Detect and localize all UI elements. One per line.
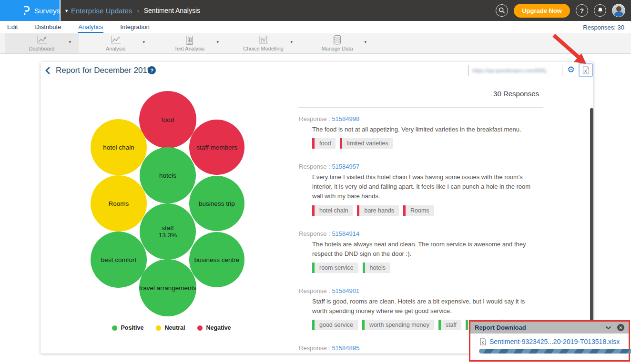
response-item: Response : 51584998The food is not at al… [298,108,543,149]
surveys-app-menu[interactable]: Surveys ▼ [0,0,61,21]
menu-item-edit[interactable]: Edit [7,22,18,33]
legend-item-negative: Negative [197,324,231,331]
gear-icon[interactable]: ⚙ [567,64,575,75]
close-icon[interactable]: ✕ [617,324,624,331]
tab-manage-data[interactable]: Manage Data▾ [300,33,374,53]
breadcrumb: Enterprise Updates › Sentiment Analysis [71,7,200,15]
response-label-row: Response : 51584998 [299,115,543,122]
response-id-link[interactable]: 51584901 [332,287,359,294]
legend-label: Neutral [164,324,185,331]
response-item: Response : 51584957Every time I visited … [298,155,543,215]
response-tags: hotel chainbare handsRooms [312,205,543,216]
upgrade-now-button[interactable]: Upgrade Now [514,4,570,18]
tab-dashboard[interactable]: Dashboard▾ [5,33,79,53]
chevron-down-icon[interactable]: ▾ [142,40,145,44]
tab-label: Manage Data [321,46,353,51]
menu-item-analytics[interactable]: Analytics [78,22,103,33]
bell-icon [597,7,603,14]
legend-label: Negative [206,324,231,331]
bubble-label: food [162,116,174,123]
sentiment-tag-staff: staff [438,320,461,330]
response-label-row: Response : 51584957 [299,163,543,170]
report-download-panel: Report Download ✕ Sentiment-9323425...20… [469,320,630,362]
notifications-button[interactable] [594,4,606,17]
response-tags: foodlimited varieties [312,138,543,149]
bubble-food[interactable]: food [139,91,196,148]
topbar: Surveys ▼ Enterprise Updates › Sentiment… [0,0,631,21]
breadcrumb-separator: › [137,7,139,14]
bubble-label: Rooms [109,200,129,207]
response-label-row: Response : 51584901 [299,287,543,294]
bubble-business-centre[interactable]: business centre [189,232,244,287]
chevron-down-icon[interactable]: ▾ [290,40,293,44]
legend-dot [112,325,117,331]
tab-analysis[interactable]: Analysis▾ [79,33,153,53]
chart-legend: PositiveNeutralNegative [69,324,274,331]
tab-label: Analysis [106,46,125,51]
response-label: Response : [299,163,332,170]
response-text: Staff is good, rooms are clean. Hotels a… [312,297,537,316]
legend-dot [197,325,203,331]
bubble-label: business centre [194,256,240,263]
bubble-staff[interactable]: staff13.3% [140,203,196,260]
menu-item-integration[interactable]: Integration [120,22,150,33]
collapse-chevron-icon[interactable] [605,326,611,330]
bubble-label: staff [162,224,173,232]
sentiment-tag-food: food [312,138,336,149]
download-panel-title: Report Download [475,324,526,331]
response-id-link[interactable]: 51584914 [332,230,359,237]
bubble-hotel-chain[interactable]: hotel chain [91,119,147,175]
responses-panel: Response : 51584998The food is not at al… [298,107,543,354]
bubble-label: hotels [159,172,176,179]
tab-choice-modelling[interactable]: Choice Modelling▾ [226,33,300,53]
legend-item-positive: Positive [112,324,143,331]
bubble-label: travel arrangements [139,284,196,292]
breadcrumb-survey-name[interactable]: Enterprise Updates [71,7,132,15]
chevron-down-icon[interactable]: ▾ [364,40,366,44]
legend-item-neutral: Neutral [156,324,185,331]
tab-text-analysis[interactable]: Text Analysis▾ [153,33,226,53]
menu-items: EditDistributeAnalyticsIntegration [7,22,150,33]
sentiment-tag-good-service: good service [312,320,358,330]
export-excel-button[interactable] [579,63,593,77]
product-name: Surveys [34,7,60,15]
excel-file-icon [480,338,486,345]
tab-label: Dashboard [29,46,55,51]
response-label: Response : [299,287,332,294]
response-id-link[interactable]: 51584895 [332,344,359,352]
bubble-rooms[interactable]: Rooms [91,175,147,232]
bubble-best-comfort[interactable]: best comfort [91,232,147,288]
response-label: Response : [299,344,332,352]
download-panel-header: Report Download ✕ [470,322,629,334]
response-item: Response : 51584914The hotels are always… [298,222,543,273]
chevron-down-icon[interactable]: ▾ [216,40,219,44]
response-id-link[interactable]: 51584957 [332,163,359,170]
search-button[interactable] [496,4,508,17]
responses-count: Responses: 30 [583,24,624,31]
bubble-hotels[interactable]: hotels [140,147,196,203]
chevron-down-icon[interactable]: ▾ [69,40,71,44]
response-text: The food is not at all appetizing. Very … [312,125,537,134]
account-avatar[interactable] [612,4,625,17]
questionpro-logo-icon [22,5,30,16]
download-file-link[interactable]: Sentiment-9323425...20-2019-T013518.xlsx [489,338,620,345]
response-text: The hotels are always neat and clean. Th… [312,240,537,259]
responses-scrollbar[interactable] [590,108,593,351]
sentiment-tag-hotels: hotels [363,263,390,273]
help-button[interactable]: ? [576,4,588,17]
response-id-link[interactable]: 51584998 [332,115,359,122]
bubble-staff-members[interactable]: staff members [189,120,244,175]
topbar-actions: Upgrade Now ? [496,4,631,18]
share-url-input[interactable]: https://qa.questionpro.com/t/0Kj [468,65,562,76]
bubble-business-trip[interactable]: business trip [189,176,244,231]
bubble-travel-arrangements[interactable]: travel arrangements [139,259,196,316]
download-file-row: Sentiment-9323425...20-2019-T013518.xlsx [470,334,629,345]
panel-divider [470,358,629,358]
excel-file-icon [582,66,590,74]
report-card: Report for December 2019 ? https://qa.qu… [41,62,593,354]
menu-item-distribute[interactable]: Distribute [34,22,61,33]
chevron-down-icon: ▼ [64,9,69,13]
survey-menubar: EditDistributeAnalyticsIntegration Respo… [0,21,631,33]
response-label-row: Response : 51584914 [299,230,543,237]
bubble-label: staff members [196,144,237,151]
